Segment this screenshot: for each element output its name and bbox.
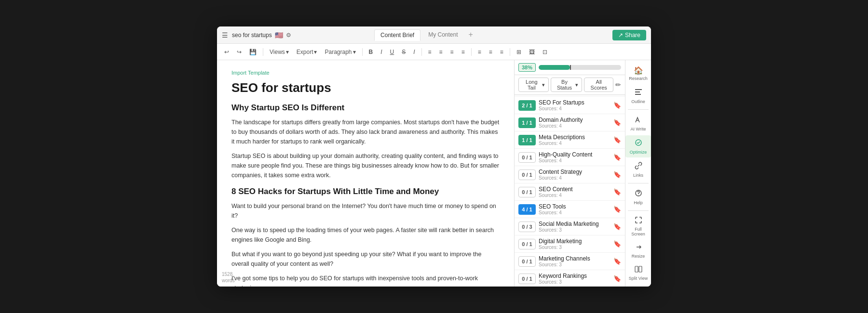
filter-edit-icon: ✏ (615, 81, 621, 89)
keyword-bookmark-icon[interactable]: 🔖 (613, 223, 621, 230)
keyword-item[interactable]: 0 / 1Keyword RankingsSources: 3🔖 (515, 270, 625, 287)
keyword-badge: 4 / 1 (518, 204, 536, 215)
keyword-bookmark-icon[interactable]: 🔖 (613, 154, 621, 161)
top-bar: ☰ seo for startups 🇺🇸 ⚙ Content Brief My… (217, 26, 651, 44)
keyword-bookmark-icon[interactable]: 🔖 (613, 275, 621, 282)
italic-button[interactable]: I (378, 48, 384, 56)
separator-4 (471, 48, 472, 56)
score-bar-fill (539, 65, 570, 70)
align-right-button[interactable]: ≡ (448, 48, 456, 56)
list-bullet-button[interactable]: ≡ (475, 48, 484, 56)
tab-add-button[interactable]: + (466, 29, 476, 41)
keyword-badge: 0 / 1 (518, 256, 536, 267)
import-template-link[interactable]: Import Template (231, 70, 500, 76)
keyword-item[interactable]: 1 / 1Domain AuthoritySources: 4🔖 (515, 114, 625, 131)
keyword-name: Keyword Rankings (539, 273, 610, 279)
paragraph-label: Paragraph (325, 49, 352, 55)
keyword-bookmark-icon[interactable]: 🔖 (613, 136, 621, 143)
strikethrough-button[interactable]: S (399, 48, 408, 56)
export-label: Export (297, 49, 313, 55)
align-justify-button[interactable]: ≡ (459, 48, 467, 56)
keyword-item[interactable]: 0 / 1SEO ContentSources: 4🔖 (515, 183, 625, 201)
align-center-button[interactable]: ≡ (437, 48, 445, 56)
keyword-item[interactable]: 4 / 1SEO ToolsSources: 4🔖 (515, 201, 625, 218)
menu-icon[interactable]: ☰ (222, 31, 228, 39)
separator-3 (421, 48, 422, 56)
keyword-badge: 2 / 1 (518, 100, 536, 111)
sidebar-icon-outline[interactable]: Outline (625, 85, 651, 107)
keyword-name: Social Media Marketing (539, 221, 610, 227)
export-dropdown[interactable]: Export ▾ (294, 48, 320, 56)
main-area: Import Template SEO for startups Why Sta… (217, 60, 651, 287)
keyword-bookmark-icon[interactable]: 🔖 (613, 206, 621, 213)
right-panel: 38% Long Tail ▾ By Status ▾ All Scores (514, 60, 625, 287)
svg-rect-6 (639, 266, 642, 272)
filter-all-scores[interactable]: All Scores (584, 78, 613, 92)
filter-by-status-chevron: ▾ (575, 82, 578, 88)
svg-rect-2 (635, 94, 641, 95)
keyword-name: SEO For Startups (539, 99, 610, 106)
list-check-button[interactable]: ≡ (498, 48, 506, 56)
paragraph-dropdown[interactable]: Paragraph ▾ (322, 48, 358, 56)
image-button[interactable]: 🖼 (527, 48, 537, 56)
sidebar-icon-ai-write[interactable]: AI Write (625, 112, 651, 134)
keyword-item[interactable]: 0 / 1Digital MarketingSources: 3🔖 (515, 235, 625, 253)
keyword-bookmark-icon[interactable]: 🔖 (613, 119, 621, 126)
keyword-item[interactable]: 1 / 1Meta DescriptionsSources: 4🔖 (515, 131, 625, 149)
keyword-info: Marketing ChannelsSources: 3 (539, 255, 610, 267)
sidebar-icon-symbol-ai-write (634, 115, 643, 126)
embed-button[interactable]: ⊡ (540, 48, 550, 56)
keyword-badge: 0 / 1 (518, 239, 536, 249)
save-button[interactable]: 💾 (247, 48, 259, 56)
doc-title-text: seo for startups (232, 32, 272, 39)
word-count: 1528 words (222, 271, 235, 284)
tab-content-brief[interactable]: Content Brief (374, 29, 420, 41)
sidebar-divider-2 (628, 210, 648, 211)
keyword-bookmark-icon[interactable]: 🔖 (613, 188, 621, 196)
views-dropdown[interactable]: Views ▾ (267, 48, 291, 56)
sidebar-icon-research[interactable]: 🏠Research (625, 63, 651, 84)
separator-5 (510, 48, 510, 56)
keyword-item[interactable]: 0 / 1Marketing ChannelsSources: 3🔖 (515, 253, 625, 270)
filter-by-status[interactable]: By Status ▾ (551, 78, 583, 92)
resize-button[interactable]: Resize (625, 240, 651, 261)
full-screen-icon (635, 216, 642, 226)
keyword-item[interactable]: 0 / 1High-Quality ContentSources: 4🔖 (515, 149, 625, 166)
sidebar-icon-links[interactable]: Links (625, 158, 651, 181)
align-left-button[interactable]: ≡ (426, 48, 434, 56)
list-number-button[interactable]: ≡ (487, 48, 495, 56)
keyword-item[interactable]: 2 / 1SEO For StartupsSources: 4🔖 (515, 97, 625, 114)
italic2-button[interactable]: I (411, 48, 417, 56)
toolbar: ↩ ↪ 💾 Views ▾ Export ▾ Paragraph ▾ B I U… (217, 44, 651, 60)
keyword-info: Keyword RankingsSources: 3 (539, 273, 610, 285)
full-screen-button[interactable]: Full Screen (625, 213, 651, 239)
word-count-label: words (222, 278, 235, 283)
keyword-bookmark-icon[interactable]: 🔖 (613, 171, 621, 178)
keyword-item[interactable]: 0 / 1Content StrategySources: 4🔖 (515, 166, 625, 183)
redo-button[interactable]: ↪ (234, 48, 244, 56)
filter-long-tail[interactable]: Long Tail ▾ (518, 78, 549, 92)
keyword-info: SEO ToolsSources: 4 (539, 203, 610, 215)
keyword-item[interactable]: 0 / 3Social Media MarketingSources: 3🔖 (515, 218, 625, 235)
editor-area[interactable]: Import Template SEO for startups Why Sta… (217, 60, 514, 287)
keyword-bookmark-icon[interactable]: 🔖 (613, 240, 621, 248)
keyword-bookmark-icon[interactable]: 🔖 (613, 102, 621, 109)
keyword-bookmark-icon[interactable]: 🔖 (613, 258, 621, 265)
settings-icon[interactable]: ⚙ (286, 32, 291, 39)
underline-button[interactable]: U (388, 48, 397, 56)
keyword-sources: Sources: 4 (539, 175, 610, 181)
tab-my-content[interactable]: My Content (422, 29, 463, 41)
keyword-name: High-Quality Content (539, 151, 610, 158)
sidebar-icon-optimize[interactable]: Optimize (625, 135, 651, 157)
table-button[interactable]: ⊞ (514, 48, 524, 56)
undo-button[interactable]: ↩ (222, 48, 231, 56)
split-view-button[interactable]: Split View (625, 262, 651, 284)
bold-button[interactable]: B (366, 48, 376, 56)
doc-main-title: SEO for startups (231, 80, 500, 95)
sidebar-icon-label-ai-write: AI Write (631, 127, 646, 131)
keywords-list: 2 / 1SEO For StartupsSources: 4🔖1 / 1Dom… (515, 95, 625, 287)
tabs-container: Content Brief My Content + (374, 29, 476, 41)
filter-edit-button[interactable]: ✏ (615, 81, 621, 89)
sidebar-icon-help[interactable]: Help (625, 186, 651, 208)
share-button[interactable]: ↗ Share (612, 30, 646, 40)
